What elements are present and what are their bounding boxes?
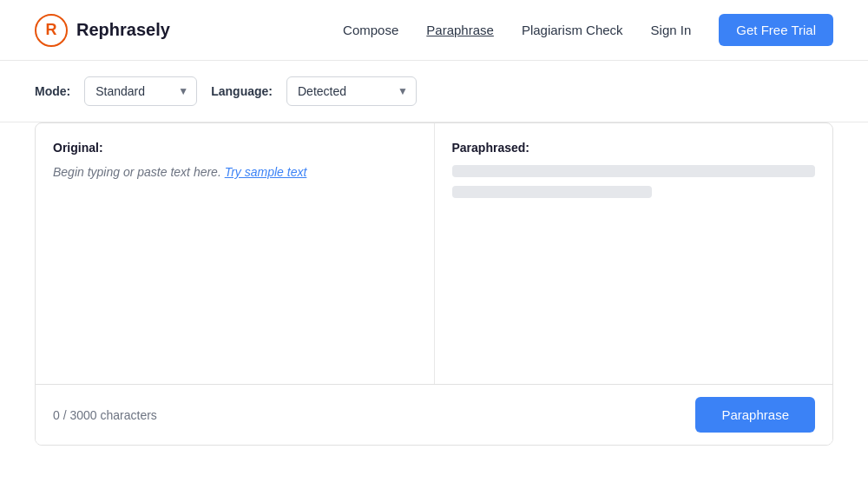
nav-paraphrase[interactable]: Paraphrase [426, 23, 494, 37]
paraphrased-skeleton [452, 165, 816, 207]
char-count: 0 / 3000 characters [53, 408, 157, 422]
language-label: Language: [211, 84, 273, 98]
logo-icon: R [35, 14, 68, 47]
paraphrased-panel: Paraphrased: [435, 123, 833, 384]
original-panel-title: Original: [53, 141, 417, 155]
mode-select-wrapper: Standard Fluency Formal Simple Creative … [84, 76, 197, 106]
logo-area: R Rephrasely [35, 14, 170, 47]
paraphrase-button[interactable]: Paraphrase [695, 397, 815, 433]
editor-panels: Original: Begin typing or paste text her… [36, 123, 832, 384]
nav-links: Compose Paraphrase Plagiarism Check Sign… [343, 14, 833, 46]
language-select[interactable]: Detected English Spanish French German I… [286, 76, 417, 106]
mode-label: Mode: [35, 84, 70, 98]
skeleton-line-1 [452, 165, 816, 177]
placeholder-text: Begin typing or paste text here. [53, 165, 221, 179]
header: R Rephrasely Compose Paraphrase Plagiari… [0, 0, 868, 61]
nav-signin[interactable]: Sign In [651, 23, 692, 37]
try-sample-link[interactable]: Try sample text [225, 165, 307, 179]
paraphrased-panel-title: Paraphrased: [452, 141, 816, 155]
mode-select[interactable]: Standard Fluency Formal Simple Creative … [84, 76, 197, 106]
language-select-wrapper: Detected English Spanish French German I… [286, 76, 417, 106]
original-panel: Original: Begin typing or paste text her… [36, 123, 435, 384]
get-free-trial-button[interactable]: Get Free Trial [719, 14, 833, 46]
original-placeholder: Begin typing or paste text here. Try sam… [53, 165, 417, 179]
editor-container: Original: Begin typing or paste text her… [35, 122, 833, 446]
editor-footer: 0 / 3000 characters Paraphrase [36, 384, 832, 445]
logo-name: Rephrasely [76, 20, 170, 40]
nav-compose[interactable]: Compose [343, 23, 398, 37]
controls-bar: Mode: Standard Fluency Formal Simple Cre… [0, 61, 868, 122]
skeleton-line-2 [452, 186, 652, 198]
nav-plagiarism[interactable]: Plagiarism Check [522, 23, 623, 37]
